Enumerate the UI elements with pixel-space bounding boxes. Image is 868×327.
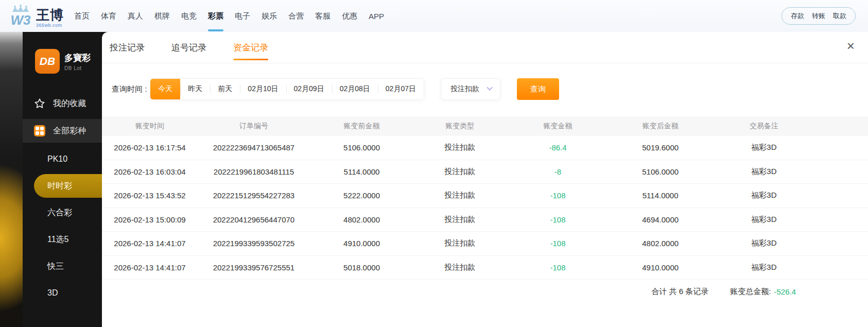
change-type-value: 投注扣款 xyxy=(450,84,479,94)
cell-amount-before: 5114.0000 xyxy=(310,160,413,184)
fund-records-table: 账变时间订单编号账变前金额账变类型账变金额账变后金额交易备注 2026-02-1… xyxy=(102,116,868,280)
date-filter-button[interactable]: 前天 xyxy=(210,79,240,99)
lottery-item[interactable]: PK10 xyxy=(23,146,102,173)
nav-item[interactable]: 电竞 xyxy=(181,0,197,32)
table-summary: 合计 共 6 条记录 账变总金额: -526.4 xyxy=(102,280,868,303)
cell-change-time: 2026-02-13 14:41:07 xyxy=(102,256,198,280)
nav-item[interactable]: 客服 xyxy=(315,0,331,32)
date-filter-button[interactable]: 02月09日 xyxy=(286,79,332,99)
cell-change-type: 投注扣款 xyxy=(413,160,506,184)
cell-amount-before: 5018.0000 xyxy=(310,256,413,280)
cell-remark: 福彩3D xyxy=(711,232,817,255)
app-body: DB 多寶彩 DB Lot 我的收藏 全部彩种 PK10 时时彩 六合彩 xyxy=(0,32,868,327)
lottery-item-label: 快三 xyxy=(47,261,64,272)
record-tab[interactable]: 追号记录 xyxy=(171,32,206,63)
lottery-item-label: PK10 xyxy=(47,154,67,164)
lottery-item-label: 时时彩 xyxy=(47,181,72,192)
date-filter-button[interactable]: 02月08日 xyxy=(332,79,378,99)
db-lottery-subname: DB Lot xyxy=(64,65,91,71)
lottery-item[interactable]: 11选5 xyxy=(23,226,102,253)
cell-change-time: 2026-02-13 16:03:04 xyxy=(102,160,198,184)
lottery-item[interactable]: 时时彩 xyxy=(34,174,102,198)
cell-change-amount: -108 xyxy=(507,232,610,255)
table-header-cell: 账变后金额 xyxy=(609,116,711,136)
table-row: 2026-02-13 15:43:52 2022215129554227283 … xyxy=(102,184,868,208)
nav-item[interactable]: 棋牌 xyxy=(154,0,170,32)
lottery-item-label: 11选5 xyxy=(47,234,69,245)
cell-amount-after: 5106.0000 xyxy=(609,160,711,184)
record-tab[interactable]: 资金记录 xyxy=(233,32,268,63)
cell-change-amount: -108 xyxy=(507,256,610,280)
cell-change-time: 2026-02-13 14:41:07 xyxy=(102,232,198,255)
sidebar-item-label: 我的收藏 xyxy=(53,98,86,109)
lottery-item[interactable]: 六合彩 xyxy=(23,199,102,226)
total-change-value: -526.4 xyxy=(774,287,796,296)
cell-change-amount: -86.4 xyxy=(507,136,610,160)
main-nav: 首页体育真人棋牌电竞彩票电子娱乐合营客服优惠APP xyxy=(74,0,384,32)
date-filter-button[interactable]: 今天 xyxy=(150,79,180,99)
change-type-select[interactable]: 投注扣款 xyxy=(441,78,500,100)
nav-item[interactable]: 娱乐 xyxy=(262,0,277,32)
background-strip xyxy=(0,32,23,327)
cell-amount-after: 5019.6000 xyxy=(609,136,711,160)
lottery-item-label: 六合彩 xyxy=(47,208,72,218)
brand-domain: 365wb.com xyxy=(36,23,64,28)
table-row: 2026-02-13 15:00:09 2022204129656447070 … xyxy=(102,208,868,232)
table-header-cell: 账变前金额 xyxy=(310,116,413,136)
cell-amount-after: 5114.0000 xyxy=(609,184,711,208)
cell-change-time: 2026-02-13 16:17:54 xyxy=(102,136,198,160)
search-button[interactable]: 查询 xyxy=(517,78,559,100)
db-lottery-name: 多寶彩 xyxy=(64,52,91,64)
cell-amount-before: 4802.0000 xyxy=(310,208,413,232)
nav-item[interactable]: 真人 xyxy=(128,0,143,32)
nav-item[interactable]: 电子 xyxy=(235,0,250,32)
cell-amount-after: 4910.0000 xyxy=(609,256,711,280)
nav-item[interactable]: 合营 xyxy=(288,0,304,32)
cell-remark: 福彩3D xyxy=(711,160,817,184)
site-logo[interactable]: W3 王博 365wb.com xyxy=(9,4,64,28)
top-header: W3 王博 365wb.com 首页体育真人棋牌电竞彩票电子娱乐合营客服优惠AP… xyxy=(0,0,868,32)
wallet-action-button[interactable]: 转账 xyxy=(812,11,825,21)
cell-amount-after: 4802.0000 xyxy=(609,232,711,255)
close-icon[interactable]: × xyxy=(847,39,855,53)
nav-item[interactable]: 首页 xyxy=(74,0,90,32)
nav-item[interactable]: 优惠 xyxy=(342,0,357,32)
nav-item[interactable]: APP xyxy=(369,0,384,32)
nav-item[interactable]: 体育 xyxy=(101,0,116,32)
cell-change-amount: -108 xyxy=(507,184,610,208)
cell-order-number: 2022199339576725551 xyxy=(198,256,310,280)
lottery-item-label: 3D xyxy=(47,288,58,298)
sidebar-item-favorites[interactable]: 我的收藏 xyxy=(23,95,102,112)
table-body: 2026-02-13 16:17:54 2022223694713065487 … xyxy=(102,136,868,280)
cell-change-type: 投注扣款 xyxy=(413,256,506,280)
lottery-item[interactable]: 快三 xyxy=(23,253,102,280)
lottery-item[interactable]: 3D xyxy=(23,280,102,306)
cell-remark: 福彩3D xyxy=(711,184,817,208)
cell-change-time: 2026-02-13 15:43:52 xyxy=(102,184,198,208)
date-filter-button[interactable]: 02月10日 xyxy=(240,79,286,99)
table-header-cell: 账变时间 xyxy=(102,116,198,136)
table-header-cell: 交易备注 xyxy=(711,116,817,136)
crown-w3-logo-icon: W3 xyxy=(9,4,32,28)
table-row: 2026-02-13 16:03:04 2022219961803481115 … xyxy=(102,160,868,184)
cell-amount-before: 5222.0000 xyxy=(310,184,413,208)
record-tab[interactable]: 投注记录 xyxy=(110,32,145,63)
cell-order-number: 2022223694713065487 xyxy=(198,136,310,160)
db-lottery-logo[interactable]: DB 多寶彩 DB Lot xyxy=(35,49,102,74)
table-header-cell: 订单编号 xyxy=(198,116,310,136)
nav-item[interactable]: 彩票 xyxy=(208,0,223,32)
cell-change-type: 投注扣款 xyxy=(413,136,506,160)
grid-icon xyxy=(34,125,45,136)
date-filter-button[interactable]: 02月07日 xyxy=(378,79,424,99)
date-filter-button[interactable]: 昨天 xyxy=(180,79,210,99)
star-icon xyxy=(34,98,45,109)
cell-change-type: 投注扣款 xyxy=(413,184,506,208)
cell-order-number: 2022204129656447070 xyxy=(198,208,310,232)
sidebar-item-all-lotteries[interactable]: 全部彩种 xyxy=(23,119,102,143)
cell-change-time: 2026-02-13 15:00:09 xyxy=(102,208,198,232)
record-count: 合计 共 6 条记录 xyxy=(651,287,708,297)
wallet-action-button[interactable]: 取款 xyxy=(833,11,846,21)
wallet-action-button[interactable]: 存款 xyxy=(791,11,804,21)
cell-amount-before: 5106.0000 xyxy=(310,136,413,160)
total-change-label: 账变总金额: xyxy=(730,287,771,297)
